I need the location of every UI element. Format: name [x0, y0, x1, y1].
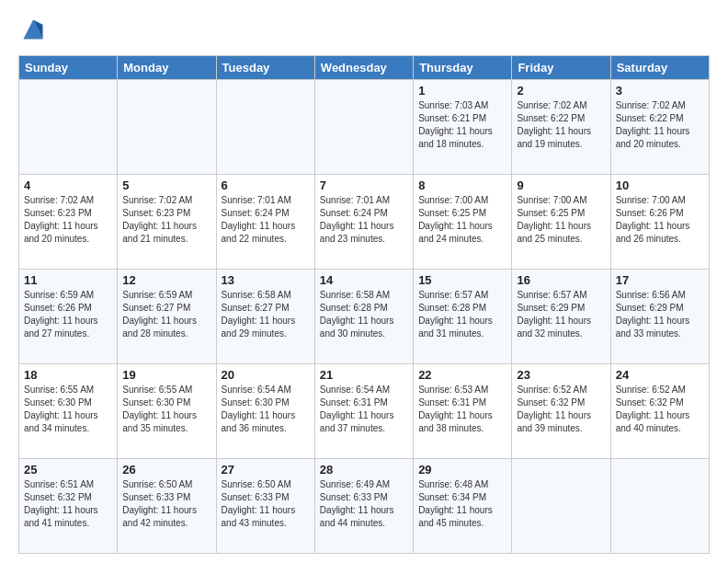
day-number: 19: [122, 368, 210, 382]
day-number: 21: [320, 368, 408, 382]
day-info: Sunrise: 7:01 AM Sunset: 6:24 PM Dayligh…: [320, 194, 408, 246]
day-number: 12: [122, 273, 210, 287]
calendar-header-row: SundayMondayTuesdayWednesdayThursdayFrid…: [19, 56, 710, 80]
day-number: 18: [24, 368, 112, 382]
day-number: 10: [616, 178, 704, 192]
day-header-monday: Monday: [118, 56, 216, 80]
day-number: 8: [418, 178, 506, 192]
day-info: Sunrise: 6:59 AM Sunset: 6:26 PM Dayligh…: [24, 289, 112, 340]
calendar-cell: 6Sunrise: 7:01 AM Sunset: 6:24 PM Daylig…: [216, 175, 314, 270]
day-number: 22: [418, 368, 506, 382]
day-number: 15: [418, 273, 506, 287]
calendar-cell: 13Sunrise: 6:58 AM Sunset: 6:27 PM Dayli…: [216, 270, 314, 364]
day-number: 28: [320, 463, 408, 477]
calendar-week-3: 11Sunrise: 6:59 AM Sunset: 6:26 PM Dayli…: [19, 270, 710, 364]
calendar-cell: 27Sunrise: 6:50 AM Sunset: 6:33 PM Dayli…: [216, 459, 314, 554]
day-info: Sunrise: 6:51 AM Sunset: 6:32 PM Dayligh…: [24, 478, 112, 530]
day-info: Sunrise: 7:00 AM Sunset: 6:25 PM Dayligh…: [517, 194, 605, 246]
day-info: Sunrise: 7:02 AM Sunset: 6:22 PM Dayligh…: [517, 99, 605, 151]
day-number: 5: [122, 178, 210, 192]
calendar-week-5: 25Sunrise: 6:51 AM Sunset: 6:32 PM Dayli…: [19, 459, 710, 554]
calendar-cell: 9Sunrise: 7:00 AM Sunset: 6:25 PM Daylig…: [512, 175, 610, 270]
calendar-cell: 16Sunrise: 6:57 AM Sunset: 6:29 PM Dayli…: [512, 270, 610, 364]
day-header-tuesday: Tuesday: [216, 56, 314, 80]
calendar-cell: 19Sunrise: 6:55 AM Sunset: 6:30 PM Dayli…: [118, 364, 216, 459]
day-info: Sunrise: 7:02 AM Sunset: 6:23 PM Dayligh…: [24, 194, 112, 246]
day-number: 23: [517, 368, 605, 382]
calendar-table: SundayMondayTuesdayWednesdayThursdayFrid…: [18, 55, 710, 554]
calendar-cell: 21Sunrise: 6:54 AM Sunset: 6:31 PM Dayli…: [314, 364, 413, 459]
day-info: Sunrise: 6:49 AM Sunset: 6:33 PM Dayligh…: [320, 478, 408, 530]
day-header-saturday: Saturday: [610, 56, 709, 80]
calendar-cell: 8Sunrise: 7:00 AM Sunset: 6:25 PM Daylig…: [414, 175, 512, 270]
day-number: 1: [418, 84, 506, 98]
calendar-week-2: 4Sunrise: 7:02 AM Sunset: 6:23 PM Daylig…: [19, 175, 710, 270]
day-number: 13: [222, 273, 310, 287]
calendar-cell: [118, 80, 216, 175]
calendar-cell: 23Sunrise: 6:52 AM Sunset: 6:32 PM Dayli…: [512, 364, 610, 459]
day-number: 2: [517, 84, 605, 98]
day-info: Sunrise: 7:00 AM Sunset: 6:26 PM Dayligh…: [616, 194, 704, 246]
calendar-cell: 29Sunrise: 6:48 AM Sunset: 6:34 PM Dayli…: [414, 459, 512, 554]
calendar-cell: 25Sunrise: 6:51 AM Sunset: 6:32 PM Dayli…: [19, 459, 118, 554]
calendar-cell: [512, 459, 610, 554]
day-header-thursday: Thursday: [414, 56, 512, 80]
day-info: Sunrise: 7:03 AM Sunset: 6:21 PM Dayligh…: [418, 99, 506, 151]
calendar-cell: [216, 80, 314, 175]
calendar-cell: 1Sunrise: 7:03 AM Sunset: 6:21 PM Daylig…: [414, 80, 512, 175]
day-info: Sunrise: 7:01 AM Sunset: 6:24 PM Dayligh…: [222, 194, 310, 246]
calendar-cell: 18Sunrise: 6:55 AM Sunset: 6:30 PM Dayli…: [19, 364, 118, 459]
day-number: 7: [320, 178, 408, 192]
day-info: Sunrise: 6:50 AM Sunset: 6:33 PM Dayligh…: [222, 478, 310, 530]
day-number: 4: [24, 178, 112, 192]
day-info: Sunrise: 6:50 AM Sunset: 6:33 PM Dayligh…: [122, 478, 210, 530]
calendar-cell: 5Sunrise: 7:02 AM Sunset: 6:23 PM Daylig…: [118, 175, 216, 270]
calendar-cell: 10Sunrise: 7:00 AM Sunset: 6:26 PM Dayli…: [610, 175, 709, 270]
calendar-cell: 3Sunrise: 7:02 AM Sunset: 6:22 PM Daylig…: [610, 80, 709, 175]
day-info: Sunrise: 6:58 AM Sunset: 6:28 PM Dayligh…: [320, 289, 408, 340]
day-number: 26: [122, 463, 210, 477]
day-number: 14: [320, 273, 408, 287]
calendar-cell: 12Sunrise: 6:59 AM Sunset: 6:27 PM Dayli…: [118, 270, 216, 364]
header: [18, 17, 710, 46]
day-info: Sunrise: 6:53 AM Sunset: 6:31 PM Dayligh…: [418, 384, 506, 435]
day-info: Sunrise: 6:55 AM Sunset: 6:30 PM Dayligh…: [122, 384, 210, 435]
day-info: Sunrise: 6:55 AM Sunset: 6:30 PM Dayligh…: [24, 384, 112, 435]
calendar-cell: 4Sunrise: 7:02 AM Sunset: 6:23 PM Daylig…: [19, 175, 118, 270]
day-header-sunday: Sunday: [19, 56, 118, 80]
calendar-cell: 24Sunrise: 6:52 AM Sunset: 6:32 PM Dayli…: [610, 364, 709, 459]
day-info: Sunrise: 7:02 AM Sunset: 6:23 PM Dayligh…: [122, 194, 210, 246]
day-info: Sunrise: 6:48 AM Sunset: 6:34 PM Dayligh…: [418, 478, 506, 530]
day-number: 24: [616, 368, 704, 382]
calendar-cell: [19, 80, 118, 175]
day-info: Sunrise: 6:52 AM Sunset: 6:32 PM Dayligh…: [616, 384, 704, 435]
day-number: 6: [222, 178, 310, 192]
day-number: 20: [222, 368, 310, 382]
day-number: 17: [616, 273, 704, 287]
page: SundayMondayTuesdayWednesdayThursdayFrid…: [0, 0, 728, 563]
calendar-cell: 2Sunrise: 7:02 AM Sunset: 6:22 PM Daylig…: [512, 80, 610, 175]
calendar-cell: [314, 80, 413, 175]
day-number: 3: [616, 84, 704, 98]
day-header-friday: Friday: [512, 56, 610, 80]
calendar-cell: 28Sunrise: 6:49 AM Sunset: 6:33 PM Dayli…: [314, 459, 413, 554]
day-number: 11: [24, 273, 112, 287]
calendar-cell: 14Sunrise: 6:58 AM Sunset: 6:28 PM Dayli…: [314, 270, 413, 364]
day-number: 9: [517, 178, 605, 192]
calendar-week-1: 1Sunrise: 7:03 AM Sunset: 6:21 PM Daylig…: [19, 80, 710, 175]
day-info: Sunrise: 6:56 AM Sunset: 6:29 PM Dayligh…: [616, 289, 704, 340]
calendar-cell: 7Sunrise: 7:01 AM Sunset: 6:24 PM Daylig…: [314, 175, 413, 270]
calendar-week-4: 18Sunrise: 6:55 AM Sunset: 6:30 PM Dayli…: [19, 364, 710, 459]
calendar-cell: 17Sunrise: 6:56 AM Sunset: 6:29 PM Dayli…: [610, 270, 709, 364]
day-number: 16: [517, 273, 605, 287]
day-info: Sunrise: 6:54 AM Sunset: 6:31 PM Dayligh…: [320, 384, 408, 435]
day-number: 25: [24, 463, 112, 477]
day-info: Sunrise: 6:54 AM Sunset: 6:30 PM Dayligh…: [222, 384, 310, 435]
calendar-cell: [610, 459, 709, 554]
calendar-cell: 26Sunrise: 6:50 AM Sunset: 6:33 PM Dayli…: [118, 459, 216, 554]
day-number: 27: [222, 463, 310, 477]
day-info: Sunrise: 6:52 AM Sunset: 6:32 PM Dayligh…: [517, 384, 605, 435]
logo: [18, 17, 46, 46]
day-info: Sunrise: 7:00 AM Sunset: 6:25 PM Dayligh…: [418, 194, 506, 246]
day-number: 29: [418, 463, 506, 477]
